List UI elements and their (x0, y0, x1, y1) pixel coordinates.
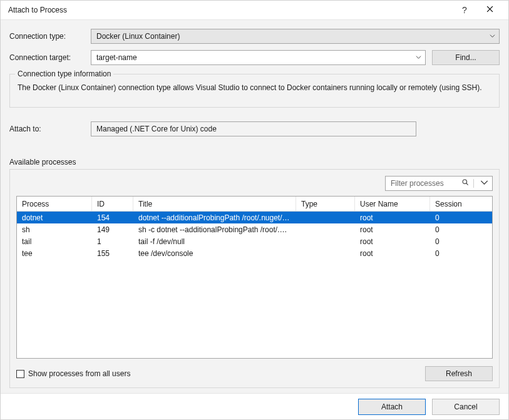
window-title: Attach to Process (8, 6, 453, 14)
chevron-down-icon[interactable] (480, 178, 488, 188)
dialog-body: Connection type: Docker (Linux Container… (1, 20, 508, 393)
filter-placeholder: Filter processes (391, 179, 461, 188)
cell-id: 155 (92, 249, 133, 258)
cell-id: 149 (92, 225, 133, 234)
cell-session: 0 (430, 213, 492, 222)
col-title[interactable]: Title (133, 197, 296, 211)
connection-type-dropdown[interactable]: Docker (Linux Container) (91, 29, 500, 44)
cell-session: 0 (430, 237, 492, 246)
svg-line-1 (466, 183, 468, 185)
table-row[interactable]: sh149sh -c dotnet --additionalProbingPat… (17, 223, 492, 235)
chevron-down-icon (416, 53, 421, 62)
cell-user: root (355, 237, 430, 246)
cell-title: sh -c dotnet --additionalProbingPath /ro… (133, 225, 296, 234)
chevron-down-icon (490, 32, 495, 41)
cell-session: 0 (430, 225, 492, 234)
find-button-label: Find... (455, 53, 476, 62)
dialog-footer: Attach Cancel (1, 393, 508, 419)
cell-title: tee /dev/console (133, 249, 296, 258)
table-row[interactable]: tee155tee /dev/consoleroot0 (17, 247, 492, 259)
connection-type-info-group: Connection type information The Docker (… (9, 74, 500, 108)
col-session[interactable]: Session (430, 197, 492, 211)
show-all-users-label: Show processes from all users (28, 369, 130, 378)
cell-user: root (355, 249, 430, 258)
refresh-button-label: Refresh (446, 369, 472, 378)
attach-button[interactable]: Attach (358, 399, 426, 415)
search-icon (461, 178, 470, 188)
cell-process: dotnet (17, 213, 92, 222)
cell-user: root (355, 213, 430, 222)
dialog-window: Attach to Process ? Connection type: Doc… (0, 0, 509, 420)
processes-table[interactable]: Process ID Title Type User Name Session … (16, 196, 493, 359)
info-group-title: Connection type information (15, 69, 113, 78)
col-process[interactable]: Process (17, 197, 92, 211)
table-row[interactable]: tail1tail -f /dev/nullroot0 (17, 235, 492, 247)
available-processes-label: Available processes (9, 158, 500, 166)
table-header: Process ID Title Type User Name Session (17, 197, 492, 212)
connection-type-value: Docker (Linux Container) (96, 32, 180, 41)
cell-process: tail (17, 237, 92, 246)
checkbox-icon (16, 370, 24, 378)
cancel-button[interactable]: Cancel (432, 399, 500, 415)
connection-target-input[interactable]: target-name (91, 50, 426, 65)
cell-id: 154 (92, 213, 133, 222)
svg-point-0 (463, 180, 467, 184)
col-id[interactable]: ID (92, 197, 133, 211)
help-button[interactable]: ? (453, 1, 476, 19)
separator (473, 179, 474, 188)
cell-title: dotnet --additionalProbingPath /root/.nu… (133, 213, 296, 222)
cell-user: root (355, 225, 430, 234)
refresh-button[interactable]: Refresh (425, 366, 493, 381)
connection-target-value: target-name (96, 53, 137, 62)
close-icon (486, 6, 493, 14)
show-all-users-checkbox[interactable]: Show processes from all users (16, 369, 130, 378)
filter-processes-input[interactable]: Filter processes (385, 176, 493, 191)
cell-session: 0 (430, 249, 492, 258)
titlebar: Attach to Process ? (1, 1, 508, 20)
connection-type-label: Connection type: (9, 32, 91, 41)
cell-title: tail -f /dev/null (133, 237, 296, 246)
info-text: The Docker (Linux Container) connection … (18, 83, 491, 92)
connection-target-label: Connection target: (9, 53, 91, 62)
attach-to-label: Attach to: (9, 125, 91, 133)
table-row[interactable]: dotnet154dotnet --additionalProbingPath … (17, 212, 492, 223)
cell-process: tee (17, 249, 92, 258)
attach-to-value-box: Managed (.NET Core for Unix) code (91, 121, 416, 136)
cell-process: sh (17, 225, 92, 234)
cell-id: 1 (92, 237, 133, 246)
attach-to-value: Managed (.NET Core for Unix) code (96, 125, 217, 133)
cancel-button-label: Cancel (454, 402, 477, 411)
attach-button-label: Attach (381, 402, 403, 411)
col-user[interactable]: User Name (355, 197, 430, 211)
close-button[interactable] (476, 1, 503, 19)
processes-panel: Filter processes Process ID Title Type (9, 169, 500, 388)
find-button[interactable]: Find... (432, 50, 500, 65)
col-type[interactable]: Type (296, 197, 355, 211)
